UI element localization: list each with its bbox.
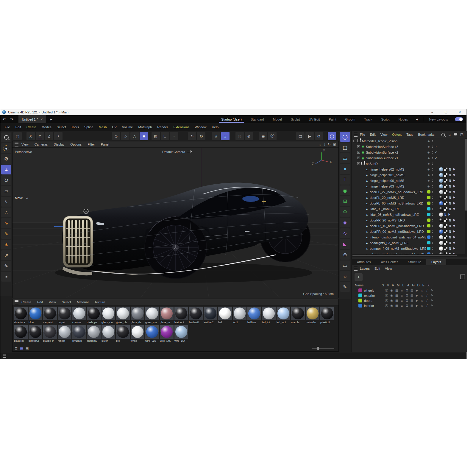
layer-toggle-l[interactable]: ⊡ <box>404 304 409 307</box>
object-tree-hscrollbar[interactable] <box>352 254 467 257</box>
display-tag-icon[interactable]: ⚑ <box>452 247 455 250</box>
display-tag-icon[interactable]: ⚑ <box>452 173 455 177</box>
toolbar-workplane-mode[interactable]: ▫ <box>170 132 178 140</box>
layer-chip-slot[interactable]: ◈ <box>426 145 431 148</box>
expander-icon[interactable]: + <box>357 157 360 159</box>
toolbar-annotation[interactable]: Ⓐ <box>268 132 277 140</box>
layer-toggle-s[interactable]: Ⓢ <box>384 299 389 303</box>
camera-label[interactable]: Default Camera <box>162 150 191 154</box>
create-subdivision-surface[interactable]: ◉ <box>340 185 350 195</box>
object-row[interactable]: ▲lidar_05_noMS_noShadows_LRE⇅⚑ <box>352 212 467 217</box>
layout-tab-sculpt[interactable]: Sculpt <box>286 115 305 123</box>
layer-toggle-e[interactable]: ƒ <box>425 299 430 302</box>
material-alcantara[interactable]: alcantara <box>14 307 28 324</box>
layout-tab-paint[interactable]: Paint <box>324 115 341 123</box>
object-row[interactable]: −noSubD◈ <box>352 161 467 166</box>
visibility-dots[interactable] <box>431 213 434 216</box>
delete-layer-button[interactable] <box>460 275 464 279</box>
material-plasticgl[interactable]: plasticGl <box>29 325 42 343</box>
create-floor[interactable]: ▭ <box>340 260 350 270</box>
layout-tab-uv-edit[interactable]: UV Edit <box>304 115 324 123</box>
create-simulate[interactable]: ◯ <box>340 132 350 142</box>
layer-chip-slot[interactable]: ◈ <box>426 139 431 143</box>
expander-icon[interactable]: − <box>357 162 360 165</box>
minimize-button[interactable]: – <box>425 109 439 115</box>
layer-chip-slot[interactable] <box>426 190 431 193</box>
menu-render[interactable]: Render <box>154 125 171 129</box>
object-row[interactable]: +◉SubdivisionSurface x2◈✓ <box>352 149 467 155</box>
material-menu-create[interactable]: Create <box>18 300 34 304</box>
layer-toggle-r[interactable]: ▦ <box>394 289 399 292</box>
display-tag-icon[interactable]: ⚑ <box>452 196 455 199</box>
phong-tag-icon[interactable]: ⇅ <box>444 213 447 216</box>
phong-tag-icon[interactable]: ⇅ <box>449 219 451 222</box>
material-marble[interactable]: marble <box>291 307 305 324</box>
object-row[interactable]: ▲bumper_f_09_noMS_noShadows_LRE⇅⚑ <box>352 246 467 251</box>
material-leathera[interactable]: leatherA <box>174 307 188 324</box>
viewport-menu-filter[interactable]: Filter <box>85 143 98 146</box>
layer-chip-slot[interactable]: ◈ <box>426 168 431 171</box>
toolbar-polygons-mode[interactable]: △ <box>130 132 139 140</box>
layer-toggle-d[interactable]: ◇ <box>419 289 425 292</box>
visibility-dots[interactable] <box>431 168 434 171</box>
layer-toggle-v[interactable]: ◉ <box>389 294 394 297</box>
menu-create[interactable]: Create <box>24 125 39 129</box>
create-deformer[interactable]: ◣ <box>340 239 350 249</box>
tool-tweak[interactable]: ⚙ <box>1 154 11 164</box>
display-tag-icon[interactable]: ⚑ <box>452 179 455 182</box>
layer-color-chip[interactable] <box>358 299 362 302</box>
om-home-icon[interactable]: ⌂ <box>448 132 450 137</box>
object-row[interactable]: +◉SubdivisionSurface x1◈✓ <box>352 155 467 161</box>
layer-toggle-g[interactable]: ▶ <box>414 304 419 307</box>
maximize-button[interactable]: ▢ <box>439 109 453 115</box>
visibility-dots[interactable] <box>431 185 434 188</box>
layer-toggle-d[interactable]: ◇ <box>419 304 425 307</box>
phong-tag-icon[interactable]: ⇅ <box>449 168 451 171</box>
toolbar-edges-mode[interactable]: ◇ <box>121 132 129 140</box>
tool-rotate[interactable]: ↻ <box>1 175 11 185</box>
display-tag-icon[interactable]: ⚑ <box>452 219 455 222</box>
material-tire[interactable]: tire <box>116 325 130 343</box>
tab-axis-center[interactable]: Axis Center <box>376 259 403 265</box>
toolbar-texture-mode[interactable]: ▨ <box>152 132 160 140</box>
phong-tag-icon[interactable]: ⇅ <box>449 207 451 211</box>
menu-tools[interactable]: Tools <box>68 125 82 129</box>
material-menu-select[interactable]: Select <box>59 300 74 304</box>
tab-layers[interactable]: Layers <box>426 259 446 265</box>
layer-chip-slot[interactable] <box>426 207 431 210</box>
material-leatherb[interactable]: leatherB <box>189 307 203 324</box>
object-row[interactable]: ▲doorFR_20_noMS_LRD⇅⚑ <box>352 217 467 223</box>
menu-select[interactable]: Select <box>54 125 69 129</box>
enable-check[interactable]: ✓ <box>434 145 438 148</box>
om-menu-tags[interactable]: Tags <box>404 133 416 136</box>
visibility-dots[interactable] <box>431 140 434 142</box>
create-light[interactable]: ☼ <box>340 271 350 281</box>
toolbar-quantize-snap[interactable]: # <box>221 132 230 140</box>
material-wire-154[interactable]: wire_154 <box>174 325 188 343</box>
new-layouts-button[interactable]: New Layouts <box>425 115 452 123</box>
toolbar-axis-mode[interactable]: ∟ <box>161 132 169 140</box>
tab-structure[interactable]: Structure <box>403 259 426 265</box>
display-tag-icon[interactable]: ⚑ <box>452 224 455 228</box>
expander-icon[interactable]: + <box>357 145 360 148</box>
visibility-dots[interactable] <box>431 242 434 244</box>
display-tag-icon[interactable]: ⚑ <box>452 207 455 211</box>
create-plane[interactable]: ▭ <box>340 153 350 163</box>
layer-toggle-s[interactable]: Ⓢ <box>384 288 389 293</box>
material-menu-texture[interactable]: Texture <box>91 300 108 304</box>
toolbar-model-mode[interactable]: ■ <box>140 132 148 140</box>
layer-chip-slot[interactable] <box>426 241 431 244</box>
material-glass-cle[interactable]: glass_cle <box>116 307 130 324</box>
tool-pen[interactable]: ✎ <box>1 261 11 271</box>
object-row[interactable]: ▲hinge_helpers00_noMS◈⇅⚑ <box>352 178 467 183</box>
toolbar-dynamics[interactable]: ◎ <box>235 132 244 140</box>
close-tab-icon[interactable]: ✕ <box>40 118 43 121</box>
object-row[interactable]: ▲headlights_03_noMS_LRE⇅⚑ <box>352 240 467 246</box>
object-row[interactable]: ▲doorFL_00_noMS_noShadows_LRD⇅⚑ <box>352 200 467 206</box>
object-row[interactable]: +◉SubdivisionSurface x3◈✓ <box>352 144 467 149</box>
object-row[interactable]: −Mercedes_Iconic_Vision◈ <box>352 138 467 144</box>
layer-chip-slot[interactable]: ◈ <box>426 151 431 154</box>
visibility-dots[interactable] <box>431 247 434 250</box>
om-menu-object[interactable]: Object <box>390 133 404 136</box>
display-tag-icon[interactable]: ⚑ <box>452 230 455 233</box>
